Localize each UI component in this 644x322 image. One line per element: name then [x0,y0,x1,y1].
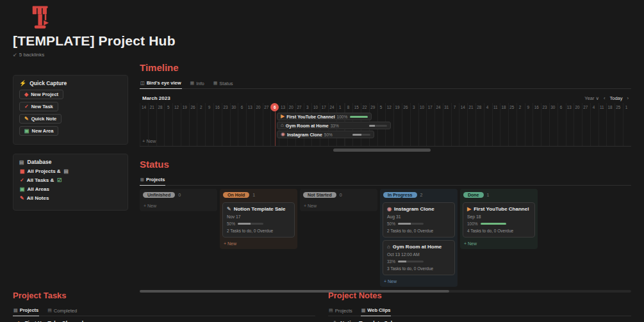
new-project-button[interactable]: ◆ New Project [19,90,63,99]
column-count: 1 [487,193,490,197]
backlinks-label: 5 backlinks [19,52,45,58]
tab-birds-eye-view-label: Bird's eye view [147,80,181,86]
tab-status[interactable]: ▦ Status [213,78,234,89]
card-gym-room-at-home[interactable]: ⌂ Gym Room at Home Oct 13 12:00 AM 33% 3… [383,240,455,275]
timeline-date-label: 19 [181,103,189,111]
timeline-tabbar: ◫ Bird's eye view ▦ Info ▦ Status [140,78,631,89]
timeline-date-label: 4 [590,103,598,111]
column-header-unfinished[interactable]: Unfinished 0 [142,191,215,200]
column-new-button[interactable]: + New [144,204,213,208]
database-header: ▤ Database [19,159,122,165]
board-column-on-hold: On Hold 1 ✎ Notion Template Sale Nov 17 … [220,189,297,249]
pencil-icon: ✎ [24,117,29,122]
tab-tasks-completed[interactable]: ▤ Completed [47,305,78,316]
card-instagram-clone[interactable]: ◉ Instagram Clone Aug 31 50% 2 Tasks to … [383,202,455,237]
project-hub-page: [TEMPLATE] Project Hub ↙ 5 backlinks ⚡ Q… [0,0,644,322]
all-tasks-label: All Tasks & [27,177,54,183]
column-new-button[interactable]: + New [304,204,374,208]
new-area-button[interactable]: ▣ New Area [19,126,58,136]
column-count: 1 [252,193,255,197]
progress-bar [352,134,370,136]
quick-capture-callout: ⚡ Quick Capture ◆ New Project ✓ New Task… [13,75,128,145]
column-header-done[interactable]: Done 1 [462,191,536,200]
tab-tasks-projects[interactable]: ▤ Projects [13,305,39,316]
timeline-body: ▶ First YouTube Channel 100% ⌂ Gym Room … [140,111,631,146]
new-task-button[interactable]: ✓ New Task [19,102,58,111]
tab-notes-web-clips[interactable]: ▦ Web Clips [361,305,392,316]
page-icon-crane[interactable] [29,5,54,29]
tasks-check-icon: ✓ [20,178,24,183]
card-tasks-summary: 2 Tasks to do, 0 Overdue [387,229,450,233]
timeline-bar-instagram-clone[interactable]: ◉ Instagram Clone 50% [277,131,374,138]
main-column: Timeline ◫ Bird's eye view ▦ Info ▦ Stat… [140,63,631,293]
status-badge: In Progress [383,192,417,198]
database-title: Database [28,159,52,165]
camera-icon: ◉ [387,207,392,212]
timeline-date-label: 27 [581,103,590,111]
list-view-icon: ▦ [361,308,366,313]
table-view-icon: ▦ [190,81,195,86]
card-first-youtube-channel[interactable]: ▶ First YouTube Channel Sep 18 100% 4 Ta… [463,202,535,237]
quick-note-button[interactable]: ✎ Quick Note [19,114,62,124]
timeline-scrollbar-thumb[interactable] [333,149,431,152]
column-new-button[interactable]: + New [384,279,454,284]
timeline-date-label: 5 [164,103,172,111]
column-header-in-progress[interactable]: In Progress 2 [382,191,456,200]
card-tasks-summary: 4 Tasks to do, 0 Overdue [467,229,531,233]
timeline-bar-gym-room[interactable]: ⌂ Gym Room at Home 33% [277,122,391,129]
link-all-projects[interactable]: ▦ All Projects & ▤ [20,168,121,174]
timeline-next-arrow[interactable]: › [627,95,629,101]
quick-capture-header: ⚡ Quick Capture [19,80,122,86]
tab-birds-eye-view[interactable]: ◫ Bird's eye view [140,78,182,89]
column-header-on-hold[interactable]: On Hold 1 [222,191,295,200]
timeline-date-label: 30 [549,103,557,111]
timeline-date-label: 3 [303,103,311,111]
timeline-new-button[interactable]: + New [142,138,156,144]
tab-notes-projects[interactable]: ▤ Projects [328,305,353,316]
timeline-date-label: 12 [385,103,393,111]
tab-info[interactable]: ▦ Info [190,78,205,89]
timeline-date-label: 4 [483,103,491,111]
column-header-not-started[interactable]: Not Started 0 [302,191,376,200]
card-date: Sep 18 [467,214,531,219]
timeline-zoom-select[interactable]: Year ∨ [584,95,599,101]
link-all-notes[interactable]: ✎ All Notes [20,195,121,201]
status-badge: Done [463,192,484,198]
timeline-today-button[interactable]: Today [609,95,622,101]
progress-bar [238,223,263,225]
timeline-date-label: 11 [598,103,606,111]
progress-bar [350,116,368,118]
archive-box-icon: ▤ [64,168,69,174]
progress-bar [398,223,424,225]
backlinks-button[interactable]: ↙ 5 backlinks [13,52,44,58]
card-title-label: Instagram Clone [394,206,434,212]
timeline-date-label: 12 [172,103,181,111]
column-new-button[interactable]: + New [224,241,293,246]
timeline-date-label: 23 [541,103,549,111]
card-progress: 33% [387,259,450,264]
column-new-button[interactable]: + New [464,241,534,246]
link-all-tasks[interactable]: ✓ All Tasks & ☑ [20,177,121,183]
new-task-label: New Task [31,104,53,109]
timeline-prev-arrow[interactable]: ‹ [604,95,606,101]
video-icon: ▶ [281,114,285,119]
left-column: ⚡ Quick Capture ◆ New Project ✓ New Task… [13,75,128,220]
project-notes-heading: Project Notes [328,291,631,300]
video-icon: ▶ [467,207,471,212]
timeline-date-label: 11 [491,103,500,111]
tab-tasks-projects-label: Projects [20,307,39,313]
card-percent: 50% [227,221,235,226]
timeline-bar-first-youtube-channel[interactable]: ▶ First YouTube Channel 100% [277,113,372,120]
timeline-date-label: 29 [368,103,377,111]
database-icon: ▤ [19,159,24,165]
timeline-date-label: 28 [156,103,165,111]
tab-projects-board[interactable]: ⊞ Projects [140,175,165,186]
board-column-in-progress: In Progress 2 ◉ Instagram Clone Aug 31 5… [380,189,458,287]
card-percent: 33% [387,259,395,264]
timeline-date-label: 24 [328,103,336,111]
timeline-header: March 2023 Year ∨ ‹ Today › [140,93,631,103]
link-all-areas[interactable]: ▣ All Areas [20,186,121,192]
all-projects-label: All Projects & [28,168,61,174]
card-notion-template-sale[interactable]: ✎ Notion Template Sale Nov 17 50% 2 Task… [222,202,295,237]
home-icon: ⌂ [387,245,390,250]
